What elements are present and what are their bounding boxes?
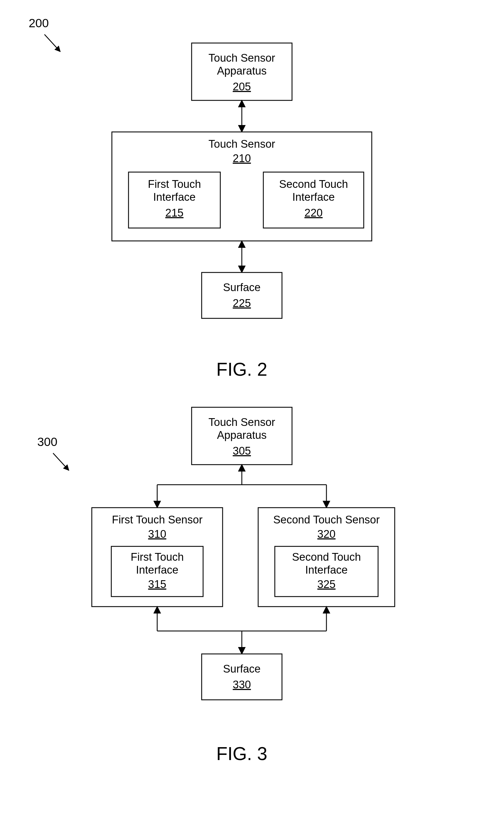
fig3-caption: FIG. 3 [216,743,268,764]
fig3-surface-num: 330 [232,679,251,691]
fig3-apparatus-num: 305 [232,445,251,457]
fig3-sensor1-num: 310 [148,528,166,540]
fig2-surface-box: Surface 225 [202,273,282,318]
fig3-iface1-l1: First Touch [130,551,183,563]
fig2-iface2-num: 220 [304,207,323,219]
fig2-caption: FIG. 2 [216,359,268,380]
fig3-ref-arrow [53,453,69,470]
fig3-iface1-box: First Touch Interface 315 [111,546,203,596]
fig3-sensor2-num: 320 [317,528,335,540]
fig2-apparatus-box: Touch Sensor Apparatus 205 [191,43,292,100]
fig3-sensor2-label: Second Touch Sensor [273,514,380,526]
fig3-apparatus-l1: Touch Sensor [208,416,276,428]
fig2-iface2-l2: Interface [292,191,335,203]
fig2-surface-label: Surface [223,281,261,294]
fig2-iface2-box: Second Touch Interface 220 [263,172,364,228]
fig2-iface1-num: 215 [165,207,183,219]
fig3-apparatus-l2: Apparatus [217,429,267,441]
fig3-iface2-l2: Interface [305,564,348,576]
fig2-surface-num: 225 [232,297,251,309]
fig2-sensor-box: Touch Sensor 210 First Touch Interface 2… [112,132,372,241]
fig3-apparatus-box: Touch Sensor Apparatus 305 [191,407,292,465]
fig3-sensor1-label: First Touch Sensor [112,514,202,526]
fig2-iface1-l2: Interface [153,191,196,203]
fig3-sensor1-box: First Touch Sensor 310 First Touch Inter… [92,508,222,606]
fig2-ref-arrow [44,34,60,52]
fig2-apparatus-num: 205 [232,81,251,93]
fig2-sensor-num: 210 [232,152,251,164]
svg-rect-4 [202,273,282,318]
fig2-iface1-box: First Touch Interface 215 [128,172,220,228]
fig3-ref-label: 300 [37,435,57,449]
fig3-iface2-l1: Second Touch [292,551,361,563]
svg-rect-10 [202,654,282,700]
fig3-iface2-box: Second Touch Interface 325 [275,546,378,596]
fig3-iface2-num: 325 [317,578,335,590]
fig3-sensor2-box: Second Touch Sensor 320 Second Touch Int… [258,508,395,606]
fig2-apparatus-label-1: Touch Sensor [208,52,276,64]
fig2-sensor-label: Touch Sensor [208,138,276,150]
fig3-surface-label: Surface [223,663,261,675]
fig3-surface-box: Surface 330 [202,654,282,700]
fig3-iface1-l2: Interface [136,564,178,576]
fig3-iface1-num: 315 [148,578,166,590]
fig2-iface2-l1: Second Touch [279,178,348,190]
fig2-iface1-l1: First Touch [148,178,201,190]
fig2-ref-label: 200 [29,16,49,30]
fig2-apparatus-label-2: Apparatus [217,65,267,77]
